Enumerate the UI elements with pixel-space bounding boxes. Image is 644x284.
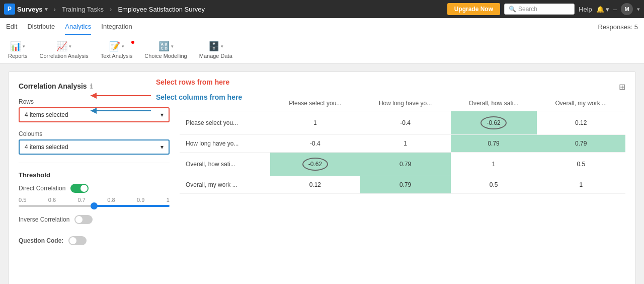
toolbar-text[interactable]: 📝 ▾ Text Analysis: [101, 41, 133, 59]
correlation-icon: 📈: [56, 41, 67, 52]
main-content: Correlation Analysis ℹ Rows 4 items sele…: [0, 63, 644, 284]
rows-label: Rows: [19, 98, 170, 105]
cell-1-1: 1: [360, 135, 451, 153]
nav-analytics[interactable]: Analytics: [65, 19, 91, 35]
bell-icon: 🔔: [596, 6, 604, 13]
nav-edit[interactable]: Edit: [6, 19, 17, 35]
info-icon[interactable]: ℹ: [90, 83, 93, 90]
left-panel: Correlation Analysis ℹ Rows 4 items sele…: [19, 82, 170, 245]
col-header-1: How long have yo...: [360, 96, 451, 111]
manage-label: Manage Data: [199, 53, 232, 59]
cell-0-2: -0.62: [451, 111, 537, 135]
scale-09: 0.9: [137, 197, 144, 203]
cell-3-3: 1: [537, 176, 625, 194]
slider-bar[interactable]: [19, 205, 170, 207]
toolbar-choice[interactable]: 🔠 ▾ Choice Modelling: [144, 41, 187, 59]
col-header-3: Overall, my work ...: [537, 96, 625, 111]
threshold-section: Threshold Direct Correlation 0.5 0.6 0.7…: [19, 163, 170, 224]
user-chevron: ▾: [637, 6, 640, 13]
cell-1-3: 0.79: [537, 135, 625, 153]
reports-label: Reports: [8, 53, 28, 59]
manage-chevron: ▾: [221, 44, 223, 49]
correlation-table: Please select you... How long have yo...…: [180, 96, 625, 194]
breadcrumb-sep2: ›: [110, 6, 112, 13]
table-row: Overall, my work ...0.120.790.51: [180, 176, 625, 194]
cell-0-1: -0.4: [360, 111, 451, 135]
user-avatar[interactable]: M: [621, 3, 633, 15]
row-label-1: How long have yo...: [180, 135, 270, 153]
cell-2-2: 1: [451, 153, 537, 176]
export-icon-area[interactable]: ⊞: [180, 82, 625, 92]
scale-05: 0.5: [19, 197, 26, 203]
col-header-0: Please select you...: [270, 96, 360, 111]
col-header-empty: [180, 96, 270, 111]
breadcrumb-sep1: ›: [54, 6, 56, 13]
text-chevron: ▾: [122, 44, 124, 49]
slider-thumb[interactable]: [91, 202, 98, 209]
nav-integration[interactable]: Integration: [101, 19, 132, 35]
help-label[interactable]: Help: [579, 6, 592, 13]
toolbar-correlation[interactable]: 📈 ▾ Correlation Analysis: [40, 41, 89, 59]
nav-distribute[interactable]: Distribute: [27, 19, 55, 35]
rows-value: 4 items selected: [25, 111, 68, 118]
survey-title: Employee Satisfaction Survey: [118, 6, 205, 13]
question-code-section: Question Code:: [19, 236, 170, 245]
cell-2-3: 0.5: [537, 153, 625, 176]
columns-label: Coloums: [19, 130, 170, 137]
toolbar-manage[interactable]: 🗄️ ▾ Manage Data: [199, 41, 232, 59]
top-nav: P Surveys ▾ › Training Tasks › Employee …: [0, 0, 644, 18]
question-code-label: Question Code:: [19, 237, 63, 244]
cell-1-2: 0.79: [451, 135, 537, 153]
columns-chevron-icon: ▾: [160, 144, 164, 151]
choice-icon: 🔠: [158, 41, 170, 52]
columns-select[interactable]: 4 items selected ▾: [19, 139, 170, 155]
cell-0-3: 0.12: [537, 111, 625, 135]
cell-1-0: -0.4: [270, 135, 360, 153]
toolbar-reports[interactable]: 📊 ▾ Reports: [8, 41, 28, 59]
cell-2-1: 0.79: [360, 153, 451, 176]
secondary-nav: Edit Distribute Analytics Integration Re…: [0, 18, 644, 36]
question-code-toggle[interactable]: [68, 236, 87, 245]
notif-chevron: ▾: [606, 6, 609, 13]
rows-select[interactable]: 4 items selected ▾: [19, 107, 170, 122]
cell-3-2: 0.5: [451, 176, 537, 194]
row-label-2: Overall, how sati...: [180, 153, 270, 176]
rows-section: Rows 4 items selected ▾: [19, 98, 170, 122]
toolbar: 📊 ▾ Reports 📈 ▾ Correlation Analysis 📝 ▾…: [0, 36, 644, 63]
cell-0-0: 1: [270, 111, 360, 135]
table-row: Please select you...1-0.4-0.620.12: [180, 111, 625, 135]
cell-3-1: 0.79: [360, 176, 451, 194]
inverse-correlation-row: Inverse Correlation: [19, 215, 170, 224]
columns-value: 4 items selected: [25, 144, 68, 151]
table-row: How long have yo...-0.410.790.79: [180, 135, 625, 153]
responses-count: Responses: 5: [598, 23, 638, 31]
direct-correlation-toggle[interactable]: [70, 184, 89, 193]
logo-area: P Surveys ▾: [4, 4, 48, 15]
direct-correlation-row: Direct Correlation: [19, 184, 170, 193]
choice-chevron: ▾: [171, 44, 174, 49]
search-box[interactable]: 🔍 Search: [504, 4, 575, 15]
scale-07: 0.7: [78, 197, 86, 203]
text-icon: 📝: [109, 41, 120, 52]
surveys-chevron-icon: ▾: [45, 6, 48, 13]
row-label-0: Please select you...: [180, 111, 270, 135]
search-icon: 🔍: [509, 6, 516, 13]
cell-3-0: 0.12: [270, 176, 360, 194]
export-icon[interactable]: ⊞: [619, 83, 625, 91]
table-row: Overall, how sati...-0.620.7910.5: [180, 153, 625, 176]
surveys-label[interactable]: Surveys: [17, 6, 43, 13]
inverse-correlation-label: Inverse Correlation: [19, 216, 69, 223]
choice-label: Choice Modelling: [144, 53, 187, 59]
columns-section: Coloums 4 items selected ▾: [19, 130, 170, 155]
breadcrumb-training[interactable]: Training Tasks: [62, 6, 104, 13]
inverse-correlation-toggle[interactable]: [74, 215, 93, 224]
correlation-label: Correlation Analysis: [40, 53, 89, 59]
logo-icon: P: [4, 4, 15, 15]
upgrade-button[interactable]: Upgrade Now: [447, 3, 500, 15]
notification-area[interactable]: 🔔 ▾: [596, 6, 609, 13]
right-content: ⊞ Please select you... How long have yo.…: [170, 82, 625, 245]
manage-icon: 🗄️: [208, 41, 219, 52]
panel-title: Correlation Analysis ℹ: [19, 82, 170, 90]
threshold-title: Threshold: [19, 171, 170, 179]
text-label: Text Analysis: [101, 53, 133, 59]
